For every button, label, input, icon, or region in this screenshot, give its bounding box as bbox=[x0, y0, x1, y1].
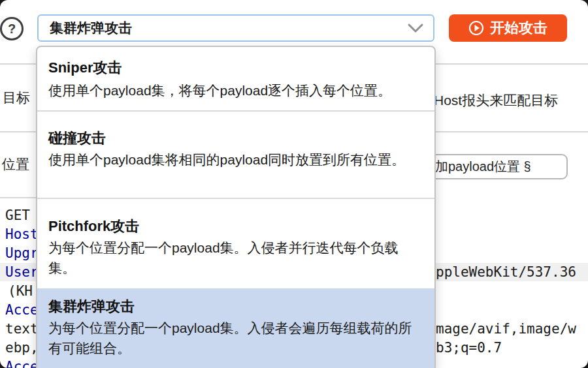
dropdown-option-title: 集群炸弹攻击 bbox=[48, 297, 135, 316]
attack-type-selected-value: 集群炸弹攻击 bbox=[50, 19, 407, 37]
play-circle-icon bbox=[468, 20, 484, 36]
request-line-upgrade: Upgr bbox=[5, 244, 39, 262]
positions-section-label: 位置 bbox=[2, 155, 29, 174]
request-line-user-agent: User bbox=[5, 263, 39, 281]
dropdown-option-title: Pitchfork攻击 bbox=[48, 217, 139, 236]
request-line-khtml: (KH bbox=[8, 282, 33, 300]
start-attack-label: 开始攻击 bbox=[490, 18, 547, 38]
target-host-hint: Host报头来匹配目标 bbox=[434, 91, 558, 110]
dropdown-option-sniper[interactable]: Sniper攻击 使用单个payload集，将每个payload逐个插入每个位置… bbox=[37, 48, 434, 111]
request-line-host: Host bbox=[5, 225, 39, 243]
request-line-q07-tail: b3;q=0.7 bbox=[436, 339, 502, 357]
dropdown-option-cluster-bomb[interactable]: 集群炸弹攻击 为每个位置分配一个payload集。入侵者会遍历每组载荷的所有可能… bbox=[37, 288, 434, 368]
attack-type-dropdown-panel: Sniper攻击 使用单个payload集，将每个payload逐个插入每个位置… bbox=[36, 46, 436, 368]
request-line-accept: Acce bbox=[5, 301, 39, 319]
dropdown-option-description: 为每个位置分配一个payload集。入侵者并行迭代每个负载集。 bbox=[48, 238, 411, 278]
dropdown-option-title: 碰撞攻击 bbox=[48, 129, 106, 148]
dropdown-option-battering-ram[interactable]: 碰撞攻击 使用单个payload集将相同的payload同时放置到所有位置。 bbox=[37, 112, 434, 198]
chevron-down-icon bbox=[407, 23, 424, 33]
request-line-avif-tail: mage/avif,image/w bbox=[436, 320, 576, 338]
target-section-label: 目标 bbox=[3, 89, 30, 107]
dropdown-option-description: 为每个位置分配一个payload集。入侵者会遍历每组载荷的所有可能组合。 bbox=[48, 318, 414, 358]
request-line-method: GET bbox=[5, 206, 30, 224]
section-divider-positions bbox=[0, 197, 37, 198]
request-line-webkit-tail: ppleWebKit/537.36 bbox=[436, 263, 576, 281]
help-icon[interactable]: ? bbox=[0, 17, 24, 40]
attack-type-select[interactable]: 集群炸弹攻击 bbox=[37, 14, 434, 42]
dropdown-option-description: 使用单个payload集将相同的payload同时放置到所有位置。 bbox=[48, 149, 434, 170]
start-attack-button[interactable]: 开始攻击 bbox=[449, 14, 567, 42]
dropdown-option-pitchfork[interactable]: Pitchfork攻击 为每个位置分配一个payload集。入侵者并行迭代每个负… bbox=[37, 199, 434, 288]
dropdown-option-description: 使用单个payload集，将每个payload逐个插入每个位置。 bbox=[48, 80, 426, 100]
request-line-accept-value: text bbox=[5, 320, 39, 338]
request-line-accept-2: Acce bbox=[5, 358, 39, 368]
request-line-webp: ebp, bbox=[5, 339, 39, 357]
dropdown-option-title: Sniper攻击 bbox=[48, 58, 122, 78]
intruder-attack-window: 目标 Host报头来匹配目标 位置 添加payload位置 § GET Host… bbox=[0, 0, 588, 368]
